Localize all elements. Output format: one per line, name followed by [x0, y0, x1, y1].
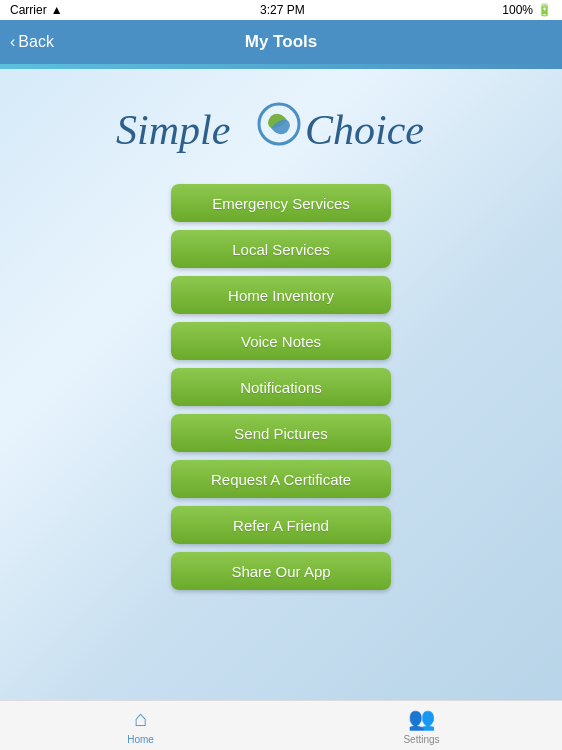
status-time: 3:27 PM: [260, 3, 305, 17]
tab-home-label: Home: [127, 734, 154, 745]
nav-title: My Tools: [245, 32, 317, 52]
chevron-left-icon: ‹: [10, 33, 15, 51]
menu-button-notifications[interactable]: Notifications: [171, 368, 391, 406]
status-bar: Carrier ▲ 3:27 PM 100% 🔋: [0, 0, 562, 20]
logo-container: Simple Choice: [111, 89, 451, 159]
menu-button-share-app[interactable]: Share Our App: [171, 552, 391, 590]
battery-label: 100%: [502, 3, 533, 17]
carrier-label: Carrier: [10, 3, 47, 17]
menu-button-home-inventory[interactable]: Home Inventory: [171, 276, 391, 314]
menu-button-local-services[interactable]: Local Services: [171, 230, 391, 268]
nav-bar: ‹ Back My Tools: [0, 20, 562, 64]
logo: Simple Choice: [111, 89, 451, 159]
menu-button-emergency-services[interactable]: Emergency Services: [171, 184, 391, 222]
tab-settings-label: Settings: [403, 734, 439, 745]
back-label: Back: [18, 33, 54, 51]
main-content: Simple Choice Emergency ServicesLocal Se…: [0, 69, 562, 700]
tab-home[interactable]: ⌂ Home: [0, 701, 281, 750]
menu-button-voice-notes[interactable]: Voice Notes: [171, 322, 391, 360]
status-right: 100% 🔋: [502, 3, 552, 17]
tab-bar: ⌂ Home 👥 Settings: [0, 700, 562, 750]
battery-icon: 🔋: [537, 3, 552, 17]
menu-container: Emergency ServicesLocal ServicesHome Inv…: [0, 184, 562, 590]
svg-text:Simple: Simple: [116, 107, 230, 153]
settings-icon: 👥: [408, 706, 435, 732]
signal-icon: ▲: [51, 3, 63, 17]
tab-settings[interactable]: 👥 Settings: [281, 701, 562, 750]
menu-button-request-certificate[interactable]: Request A Certificate: [171, 460, 391, 498]
menu-button-refer-friend[interactable]: Refer A Friend: [171, 506, 391, 544]
menu-button-send-pictures[interactable]: Send Pictures: [171, 414, 391, 452]
status-left: Carrier ▲: [10, 3, 63, 17]
home-icon: ⌂: [134, 706, 147, 732]
back-button[interactable]: ‹ Back: [10, 33, 54, 51]
svg-text:Choice: Choice: [305, 107, 424, 153]
